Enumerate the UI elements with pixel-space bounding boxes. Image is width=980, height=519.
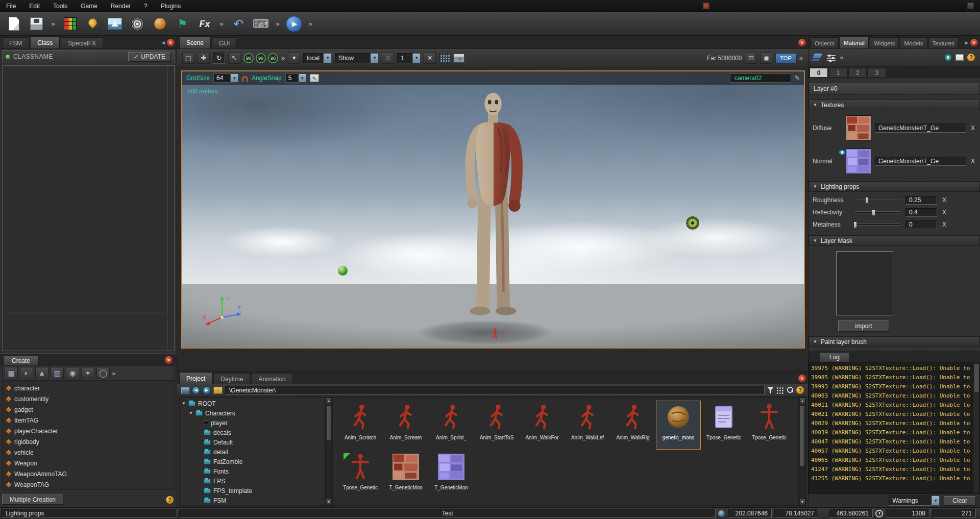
create-help-icon[interactable]: ?: [166, 496, 174, 504]
filter-icon[interactable]: [767, 387, 774, 393]
project-tab[interactable]: Animation: [251, 373, 292, 384]
scroll-thumb[interactable]: [800, 405, 805, 466]
tree-item[interactable]: ▼ ROOT: [180, 399, 325, 408]
textures-section-header[interactable]: ▼ Textures: [808, 100, 980, 110]
tree-item[interactable]: ▼ fucile: [180, 505, 325, 506]
create-entity-item[interactable]: playerCharacter: [4, 426, 173, 436]
snowflake-icon[interactable]: ✳: [424, 53, 436, 64]
create-tool-button[interactable]: ✶: [81, 367, 94, 379]
scene-tab[interactable]: GUI: [212, 37, 237, 48]
genetic-monster-model[interactable]: [442, 87, 544, 343]
log-entry[interactable]: 40003 (WARNING) S2STXTexture::Load(): Un…: [811, 391, 972, 400]
grid-toggle-icon[interactable]: [439, 53, 450, 63]
create-entity-item[interactable]: WeaponAmmoTAG: [4, 468, 173, 479]
more-tools-icon[interactable]: »: [112, 369, 115, 377]
material-more-icon[interactable]: »: [840, 54, 843, 61]
left-tab[interactable]: FSM: [2, 37, 29, 48]
top-view-button[interactable]: TOP: [775, 53, 796, 63]
tree-expand-icon[interactable]: ▼: [189, 411, 193, 415]
preview-icon[interactable]: [944, 54, 952, 61]
toolbar-more-icon[interactable]: »: [281, 54, 285, 62]
project-help-icon[interactable]: ?: [796, 386, 804, 394]
property-value-box[interactable]: 0: [905, 220, 937, 229]
class-properties-area[interactable]: [2, 65, 175, 351]
tree-item[interactable]: ▼ FPS_template: [180, 486, 325, 496]
layer-bar[interactable]: Layer #0: [808, 83, 980, 95]
create-tool-button[interactable]: ◉: [66, 367, 79, 379]
create-tool-button[interactable]: ▥: [51, 367, 64, 379]
reset-property-button[interactable]: X: [941, 209, 947, 216]
remove-texture-button[interactable]: X: [970, 158, 976, 165]
asset-thumbnail[interactable]: T_GeneticMon: [429, 451, 474, 500]
camera-edit-icon[interactable]: ✎: [795, 75, 800, 82]
log-entry[interactable]: 40029 (WARNING) S2STXTexture::Load(): Un…: [811, 418, 972, 428]
viewport-more-icon[interactable]: »: [799, 54, 803, 62]
texture-thumbnail[interactable]: [846, 115, 871, 141]
update-button[interactable]: ✓ UPDATE: [128, 52, 171, 62]
texture-browser-icon[interactable]: [955, 54, 964, 61]
play-icon[interactable]: ▶: [286, 16, 302, 32]
material-slot-tab[interactable]: 2: [848, 68, 867, 77]
material-slot-tab[interactable]: 0: [810, 68, 828, 77]
angle-snap-button[interactable]: 90: [256, 53, 266, 63]
right-tab[interactable]: Textures: [928, 37, 959, 48]
clear-log-button[interactable]: Clear: [944, 496, 976, 506]
menu-item[interactable]: File: [6, 3, 16, 10]
property-slider[interactable]: [854, 199, 901, 201]
anglesnap-dropdown[interactable]: 5▼: [285, 73, 306, 83]
create-entity-item[interactable]: gadget: [4, 404, 173, 415]
log-title-tab[interactable]: Log: [820, 352, 849, 362]
import-mask-button[interactable]: import: [838, 320, 889, 332]
scroll-down-icon[interactable]: ▼: [799, 499, 805, 505]
tree-item[interactable]: ▼ detail: [180, 447, 325, 457]
thumbnail-view-icon[interactable]: [776, 387, 785, 394]
slider-thumb[interactable]: [865, 197, 869, 204]
create-entity-item[interactable]: ItemTAG: [4, 415, 173, 426]
wrench-icon[interactable]: ✦: [288, 53, 300, 64]
new-document-icon[interactable]: [5, 15, 22, 33]
angle-snap-button[interactable]: 90: [268, 53, 278, 63]
property-value-box[interactable]: 0.25: [905, 196, 937, 205]
material-settings-icon[interactable]: [827, 54, 836, 61]
tree-item[interactable]: ▼ decals: [180, 428, 325, 437]
viewport-3d[interactable]: GridSize 64▼ AngleSnap 5▼ ✎ camera02 ✎ 5…: [181, 70, 805, 349]
show-dropdown[interactable]: Show▼: [335, 53, 379, 63]
log-entry[interactable]: 39985 (WARNING) S2STXTexture::Load(): Un…: [811, 373, 972, 382]
log-entry[interactable]: 40021 (WARNING) S2STXTexture::Load(): Un…: [811, 409, 972, 418]
create-tool-button[interactable]: ▲: [35, 367, 48, 379]
menu-item[interactable]: Game: [81, 3, 97, 10]
create-entity-item[interactable]: WeaponTAG: [4, 479, 173, 490]
angle-snap-button[interactable]: 90: [243, 53, 254, 63]
tree-item[interactable]: ▼ Characters: [180, 408, 325, 418]
planet-icon[interactable]: [151, 15, 168, 33]
tree-item[interactable]: ▼ FatZombie: [180, 457, 325, 466]
paint-mode-icon[interactable]: ✎: [310, 74, 319, 82]
layer-mask-preview[interactable]: [836, 251, 893, 315]
material-help-icon[interactable]: ?: [967, 54, 975, 61]
tree-item[interactable]: ▼ Default: [180, 437, 325, 447]
pointer-tool-icon[interactable]: ↖: [228, 53, 240, 64]
asset-thumbnail[interactable]: Tpose_Genetic: [338, 451, 383, 500]
left-tab[interactable]: Class: [30, 36, 60, 48]
back-icon[interactable]: ◀: [192, 386, 200, 394]
property-value-box[interactable]: 0.4: [905, 208, 937, 217]
remove-texture-button[interactable]: X: [970, 125, 976, 132]
paint-section-header[interactable]: ▼ Paint layer brush: [808, 336, 980, 347]
asset-thumbnail[interactable]: genetic_mons: [656, 401, 701, 450]
spiral-icon[interactable]: [129, 15, 146, 33]
material-layers-icon[interactable]: [814, 54, 823, 61]
create-tool-button[interactable]: ◐: [20, 367, 33, 379]
keyboard-icon[interactable]: ⌨: [252, 15, 270, 33]
texture-thumbnail[interactable]: [846, 149, 871, 174]
left-panel-close-icon[interactable]: ✕: [167, 39, 175, 46]
log-entry[interactable]: 40047 (WARNING) S2STXTexture::Load(): Un…: [811, 437, 972, 446]
menu-item[interactable]: Edit: [29, 3, 40, 10]
path-input[interactable]: \GeneticMonster\: [225, 386, 765, 395]
gridsize-dropdown[interactable]: 64▼: [213, 73, 238, 83]
scene-tabs-close-icon[interactable]: ✕: [798, 39, 806, 46]
create-entity-item[interactable]: rigidbody: [4, 436, 173, 447]
create-entity-item[interactable]: customentity: [4, 393, 173, 404]
create-entity-item[interactable]: Weapon: [4, 458, 173, 468]
parent-folder-icon[interactable]: ↑: [213, 387, 223, 394]
player-scale-figure[interactable]: [491, 328, 499, 341]
